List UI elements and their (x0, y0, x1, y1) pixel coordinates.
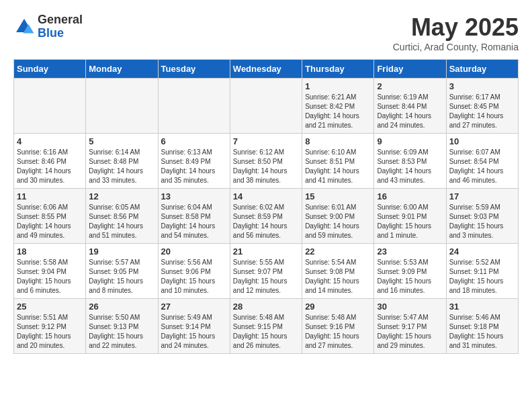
calendar-week: 25Sunrise: 5:51 AM Sunset: 9:12 PM Dayli… (14, 299, 519, 354)
day-info: Sunrise: 6:00 AM Sunset: 9:01 PM Dayligh… (377, 203, 443, 240)
calendar-cell: 28Sunrise: 5:48 AM Sunset: 9:15 PM Dayli… (230, 299, 302, 354)
day-number: 8 (305, 136, 371, 146)
day-number: 2 (377, 81, 443, 91)
day-info: Sunrise: 6:01 AM Sunset: 9:00 PM Dayligh… (305, 203, 371, 240)
day-number: 1 (305, 81, 371, 91)
calendar-cell: 13Sunrise: 6:04 AM Sunset: 8:58 PM Dayli… (158, 189, 230, 244)
day-number: 20 (161, 246, 227, 257)
day-number: 24 (449, 246, 515, 257)
weekday-tuesday: Tuesday (158, 60, 230, 79)
calendar-cell (230, 79, 302, 134)
day-info: Sunrise: 5:54 AM Sunset: 9:08 PM Dayligh… (305, 258, 371, 295)
calendar-cell: 17Sunrise: 5:59 AM Sunset: 9:03 PM Dayli… (446, 189, 518, 244)
calendar-cell: 21Sunrise: 5:55 AM Sunset: 9:07 PM Dayli… (230, 244, 302, 299)
day-info: Sunrise: 5:57 AM Sunset: 9:05 PM Dayligh… (89, 258, 154, 295)
calendar-cell: 25Sunrise: 5:51 AM Sunset: 9:12 PM Dayli… (14, 299, 86, 354)
calendar-table: SundayMondayTuesdayWednesdayThursdayFrid… (13, 59, 519, 354)
day-info: Sunrise: 6:17 AM Sunset: 8:45 PM Dayligh… (449, 93, 515, 130)
calendar-cell: 18Sunrise: 5:58 AM Sunset: 9:04 PM Dayli… (14, 244, 86, 299)
weekday-friday: Friday (374, 60, 446, 79)
calendar-week: 11Sunrise: 6:06 AM Sunset: 8:55 PM Dayli… (14, 189, 519, 244)
day-number: 13 (161, 191, 227, 201)
calendar-cell: 15Sunrise: 6:01 AM Sunset: 9:00 PM Dayli… (302, 189, 374, 244)
day-info: Sunrise: 5:51 AM Sunset: 9:12 PM Dayligh… (17, 313, 83, 351)
day-number: 23 (377, 246, 443, 257)
logo-general: General (38, 13, 83, 27)
calendar-cell: 8Sunrise: 6:10 AM Sunset: 8:51 PM Daylig… (302, 134, 374, 189)
day-info: Sunrise: 6:06 AM Sunset: 8:55 PM Dayligh… (17, 203, 83, 240)
calendar-cell: 30Sunrise: 5:47 AM Sunset: 9:17 PM Dayli… (374, 299, 446, 354)
day-info: Sunrise: 6:09 AM Sunset: 8:53 PM Dayligh… (377, 148, 443, 185)
day-number: 25 (17, 302, 83, 312)
day-number: 21 (233, 246, 299, 257)
month-title: May 2025 (393, 13, 519, 42)
weekday-thursday: Thursday (302, 60, 374, 79)
calendar-cell: 12Sunrise: 6:05 AM Sunset: 8:56 PM Dayli… (86, 189, 158, 244)
weekday-wednesday: Wednesday (230, 60, 302, 79)
calendar-cell (14, 79, 86, 134)
calendar-cell: 5Sunrise: 6:14 AM Sunset: 8:48 PM Daylig… (86, 134, 158, 189)
day-number: 17 (449, 191, 515, 201)
day-info: Sunrise: 6:16 AM Sunset: 8:46 PM Dayligh… (17, 148, 83, 185)
calendar-cell: 4Sunrise: 6:16 AM Sunset: 8:46 PM Daylig… (14, 134, 86, 189)
day-info: Sunrise: 6:21 AM Sunset: 8:42 PM Dayligh… (305, 93, 371, 130)
calendar-week: 4Sunrise: 6:16 AM Sunset: 8:46 PM Daylig… (14, 134, 519, 189)
day-info: Sunrise: 5:58 AM Sunset: 9:04 PM Dayligh… (17, 258, 83, 295)
logo-icon (13, 16, 35, 38)
calendar-cell: 27Sunrise: 5:49 AM Sunset: 9:14 PM Dayli… (158, 299, 230, 354)
calendar-cell: 6Sunrise: 6:13 AM Sunset: 8:49 PM Daylig… (158, 134, 230, 189)
calendar-cell: 29Sunrise: 5:48 AM Sunset: 9:16 PM Dayli… (302, 299, 374, 354)
location: Curtici, Arad County, Romania (393, 42, 519, 52)
calendar-cell: 11Sunrise: 6:06 AM Sunset: 8:55 PM Dayli… (14, 189, 86, 244)
calendar-header: SundayMondayTuesdayWednesdayThursdayFrid… (14, 60, 519, 79)
calendar-cell: 26Sunrise: 5:50 AM Sunset: 9:13 PM Dayli… (86, 299, 158, 354)
day-number: 18 (17, 246, 83, 257)
calendar-week: 1Sunrise: 6:21 AM Sunset: 8:42 PM Daylig… (14, 79, 519, 134)
day-number: 31 (449, 302, 515, 312)
day-info: Sunrise: 6:10 AM Sunset: 8:51 PM Dayligh… (305, 148, 371, 185)
day-info: Sunrise: 5:47 AM Sunset: 9:17 PM Dayligh… (377, 313, 443, 351)
calendar-cell: 1Sunrise: 6:21 AM Sunset: 8:42 PM Daylig… (302, 79, 374, 134)
day-info: Sunrise: 5:48 AM Sunset: 9:15 PM Dayligh… (233, 313, 299, 351)
page-header: General Blue May 2025 Curtici, Arad Coun… (13, 13, 519, 52)
day-info: Sunrise: 6:19 AM Sunset: 8:44 PM Dayligh… (377, 93, 443, 130)
calendar-cell: 24Sunrise: 5:52 AM Sunset: 9:11 PM Dayli… (446, 244, 518, 299)
calendar-cell: 22Sunrise: 5:54 AM Sunset: 9:08 PM Dayli… (302, 244, 374, 299)
day-number: 29 (305, 302, 371, 312)
calendar-cell: 19Sunrise: 5:57 AM Sunset: 9:05 PM Dayli… (86, 244, 158, 299)
title-block: May 2025 Curtici, Arad County, Romania (393, 13, 519, 52)
day-info: Sunrise: 5:49 AM Sunset: 9:14 PM Dayligh… (161, 313, 227, 351)
weekday-saturday: Saturday (446, 60, 518, 79)
calendar-cell (158, 79, 230, 134)
day-number: 14 (233, 191, 299, 201)
day-number: 22 (305, 246, 371, 257)
day-info: Sunrise: 5:59 AM Sunset: 9:03 PM Dayligh… (449, 203, 515, 240)
weekday-sunday: Sunday (14, 60, 86, 79)
calendar-body: 1Sunrise: 6:21 AM Sunset: 8:42 PM Daylig… (14, 79, 519, 354)
day-info: Sunrise: 6:02 AM Sunset: 8:59 PM Dayligh… (233, 203, 299, 240)
calendar-cell: 10Sunrise: 6:07 AM Sunset: 8:54 PM Dayli… (446, 134, 518, 189)
weekday-row: SundayMondayTuesdayWednesdayThursdayFrid… (14, 60, 519, 79)
calendar-cell: 14Sunrise: 6:02 AM Sunset: 8:59 PM Dayli… (230, 189, 302, 244)
day-number: 11 (17, 191, 83, 201)
day-info: Sunrise: 5:46 AM Sunset: 9:18 PM Dayligh… (449, 313, 515, 351)
logo-blue: Blue (38, 27, 83, 40)
day-number: 30 (377, 302, 443, 312)
day-number: 9 (377, 136, 443, 146)
day-info: Sunrise: 5:56 AM Sunset: 9:06 PM Dayligh… (161, 258, 227, 295)
calendar-cell: 31Sunrise: 5:46 AM Sunset: 9:18 PM Dayli… (446, 299, 518, 354)
day-info: Sunrise: 5:48 AM Sunset: 9:16 PM Dayligh… (305, 313, 371, 351)
weekday-monday: Monday (86, 60, 158, 79)
day-number: 19 (89, 246, 154, 257)
day-number: 26 (89, 302, 154, 312)
day-info: Sunrise: 6:05 AM Sunset: 8:56 PM Dayligh… (89, 203, 154, 240)
calendar-cell: 2Sunrise: 6:19 AM Sunset: 8:44 PM Daylig… (374, 79, 446, 134)
day-info: Sunrise: 5:50 AM Sunset: 9:13 PM Dayligh… (89, 313, 154, 351)
day-number: 27 (161, 302, 227, 312)
day-number: 12 (89, 191, 154, 201)
day-info: Sunrise: 5:53 AM Sunset: 9:09 PM Dayligh… (377, 258, 443, 295)
day-info: Sunrise: 5:55 AM Sunset: 9:07 PM Dayligh… (233, 258, 299, 295)
calendar-cell: 16Sunrise: 6:00 AM Sunset: 9:01 PM Dayli… (374, 189, 446, 244)
day-number: 5 (89, 136, 154, 146)
calendar-cell: 3Sunrise: 6:17 AM Sunset: 8:45 PM Daylig… (446, 79, 518, 134)
